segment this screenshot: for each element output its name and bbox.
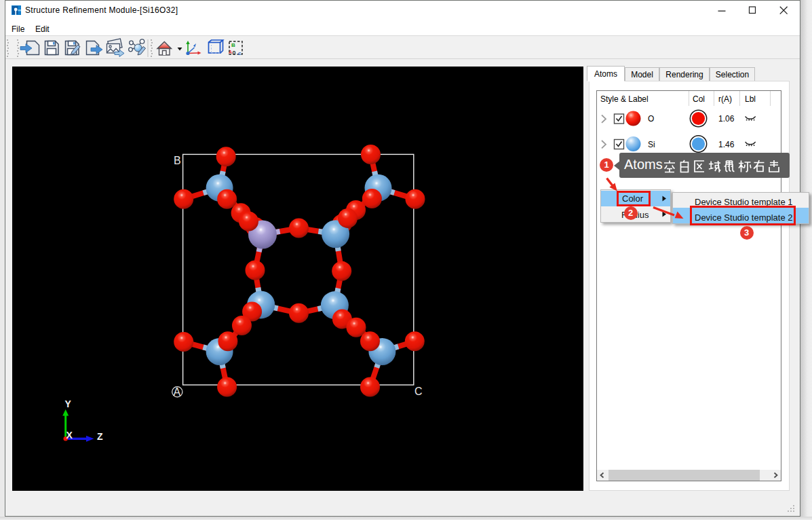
svg-text:C: C [414, 386, 423, 397]
svg-text:B: B [231, 42, 235, 48]
svg-text:B: B [174, 155, 181, 166]
svg-text:A: A [229, 50, 232, 54]
svg-text:X: X [66, 430, 73, 441]
svg-text:0: 0 [233, 50, 236, 56]
svg-text:Z: Z [97, 431, 103, 442]
svg-text:c: c [238, 50, 241, 56]
svg-text:Y: Y [65, 398, 72, 409]
